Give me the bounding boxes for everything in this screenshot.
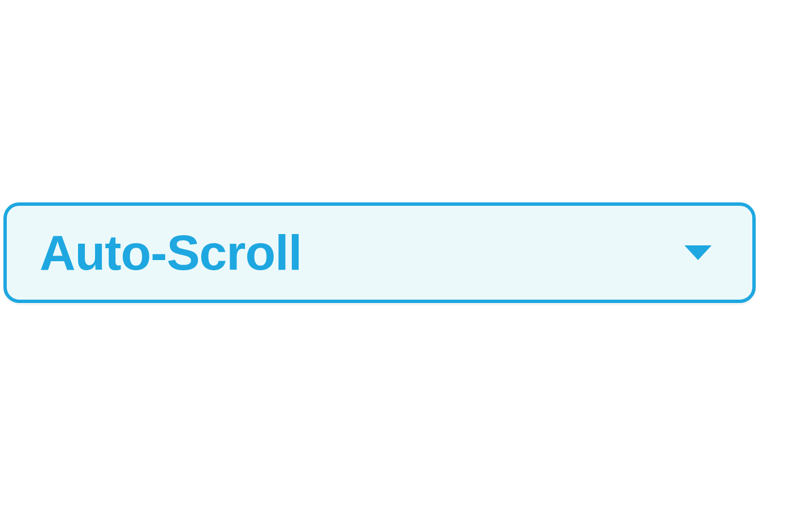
chevron-down-icon [684, 245, 712, 260]
auto-scroll-dropdown[interactable]: Auto-Scroll [3, 202, 756, 303]
dropdown-label: Auto-Scroll [40, 224, 301, 282]
